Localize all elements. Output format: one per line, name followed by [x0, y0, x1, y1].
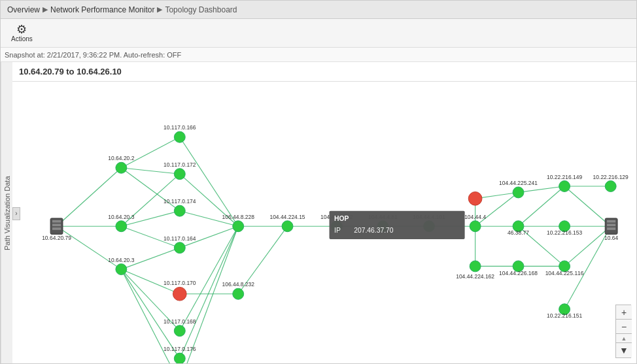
node-n19[interactable]: 104.44.224.162: [456, 261, 494, 280]
actions-button[interactable]: ⚙ Actions: [7, 22, 37, 44]
node-n26[interactable]: 104.44.225.116: [545, 261, 584, 276]
node-n12[interactable]: 106.44.8.228: [222, 214, 254, 232]
svg-point-57: [174, 169, 185, 180]
snapshot-bar: Snapshot at: 2/21/2017, 9:36:22 PM. Auto…: [1, 48, 636, 62]
node-n28[interactable]: 10.22.216.129: [593, 174, 628, 192]
breadcrumb-npm[interactable]: Network Performance Monitor: [50, 5, 154, 14]
svg-rect-109: [330, 211, 465, 239]
zoom-controls: + − ▲ ▼: [615, 305, 631, 358]
actions-label: Actions: [11, 35, 33, 42]
topology-svg: 10.64.20.79 10.64.20.2 10.64.20.3 10.64.…: [12, 82, 636, 364]
node-n20-red[interactable]: [468, 191, 482, 205]
svg-point-63: [173, 287, 186, 301]
svg-point-85: [470, 261, 481, 272]
sidebar-label[interactable]: Path Visualization Data: [1, 62, 12, 364]
node-n23[interactable]: 104.44.226.168: [499, 261, 538, 276]
node-n14[interactable]: 104.44.224.15: [269, 214, 305, 232]
node-n24[interactable]: 10.22.216.153: [547, 221, 582, 237]
svg-point-71: [233, 221, 244, 232]
svg-text:106.44.8.232: 106.44.8.232: [222, 281, 254, 288]
node-n25[interactable]: 10.22.216.149: [547, 174, 582, 192]
svg-line-4: [121, 168, 179, 174]
svg-text:104.44.225.241: 104.44.225.241: [499, 180, 538, 186]
svg-point-75: [282, 221, 293, 232]
svg-text:106.44.8.228: 106.44.8.228: [222, 214, 254, 220]
svg-text:HOP: HOP: [334, 215, 349, 222]
node-n7[interactable]: 10.117.0.164: [164, 235, 196, 254]
snapshot-text: Snapshot at: 2/21/2017, 9:36:22 PM. Auto…: [5, 51, 181, 59]
svg-line-37: [519, 186, 565, 226]
svg-line-35: [519, 186, 565, 192]
collapse-arrow[interactable]: ›: [12, 207, 20, 220]
svg-line-20: [180, 226, 238, 358]
node-src[interactable]: 10.64.20.79: [42, 218, 71, 241]
svg-point-51: [116, 221, 127, 232]
node-n2[interactable]: 10.64.20.3: [108, 214, 134, 232]
svg-text:10.64.20.2: 10.64.20.2: [108, 155, 134, 161]
svg-point-59: [174, 205, 185, 216]
main-area: › Path Visualization Data 10.64.20.79 to…: [1, 62, 636, 364]
svg-line-40: [564, 186, 611, 226]
svg-point-65: [174, 325, 185, 337]
svg-rect-107: [607, 227, 615, 230]
svg-point-87: [468, 191, 482, 205]
breadcrumb-topology: Topology Dashboard: [165, 5, 237, 14]
node-n21[interactable]: 46.38.77: [508, 221, 529, 237]
svg-rect-45: [52, 220, 61, 223]
svg-text:10.22.216.149: 10.22.216.149: [547, 174, 582, 180]
svg-text:10.117.0.164: 10.117.0.164: [164, 235, 196, 242]
svg-line-19: [180, 226, 238, 331]
node-n13[interactable]: 106.44.8.232: [222, 281, 254, 299]
svg-text:IP: IP: [334, 227, 341, 234]
topology-title: 10.64.20.79 to 10.64.26.10: [12, 62, 636, 82]
svg-text:10.22.216.153: 10.22.216.153: [547, 229, 582, 236]
svg-rect-46: [52, 223, 61, 226]
svg-point-55: [174, 131, 185, 142]
svg-point-49: [116, 162, 127, 173]
node-n5[interactable]: 10.117.0.172: [164, 161, 196, 180]
node-n8-red[interactable]: 10.117.0.170: [164, 280, 196, 301]
topology-route: 10.64.20.79 to 10.64.26.10: [19, 67, 122, 76]
breadcrumb-bar: Overview ▶ Network Performance Monitor ▶…: [1, 1, 636, 19]
scroll-up-button[interactable]: ▲: [616, 334, 632, 343]
zoom-in-button[interactable]: +: [616, 305, 632, 320]
svg-point-73: [233, 288, 244, 299]
svg-point-83: [470, 221, 481, 232]
node-n18[interactable]: 104.44.4: [464, 214, 486, 232]
svg-point-67: [174, 353, 185, 364]
zoom-out-button[interactable]: −: [616, 320, 632, 334]
topology-panel: 10.64.20.79 to 10.64.26.10: [12, 62, 636, 364]
svg-text:104.44.226.168: 104.44.226.168: [499, 270, 538, 276]
svg-point-53: [116, 264, 127, 275]
breadcrumb-overview[interactable]: Overview: [7, 5, 40, 14]
svg-text:104.44.225.116: 104.44.225.116: [545, 270, 584, 276]
node-n29[interactable]: 10.22.216.151: [547, 304, 582, 320]
svg-text:10.117.0.172: 10.117.0.172: [164, 161, 196, 168]
node-n22[interactable]: 104.44.225.241: [499, 180, 538, 198]
svg-text:104.44.224.162: 104.44.224.162: [456, 273, 494, 280]
svg-point-102: [605, 181, 616, 192]
svg-rect-106: [607, 223, 615, 226]
node-dst[interactable]: 10.64: [604, 218, 618, 241]
svg-text:10.117.0.168: 10.117.0.168: [164, 318, 196, 325]
svg-text:10.117.0.166: 10.117.0.166: [164, 124, 196, 131]
svg-text:10.64.20.3: 10.64.20.3: [108, 214, 134, 220]
svg-rect-105: [607, 220, 615, 223]
svg-text:10.117.0.174: 10.117.0.174: [164, 198, 196, 205]
svg-text:207.46.37.70: 207.46.37.70: [354, 227, 394, 234]
svg-text:10.64: 10.64: [604, 235, 618, 241]
svg-text:10.64.20.3: 10.64.20.3: [108, 257, 134, 263]
svg-point-96: [559, 181, 570, 192]
scroll-down-button[interactable]: ▼: [616, 343, 632, 357]
actions-icon: ⚙: [16, 24, 27, 35]
svg-text:10.64.20.79: 10.64.20.79: [42, 235, 71, 241]
svg-text:10.117.0.170: 10.117.0.170: [164, 280, 196, 286]
node-n9[interactable]: 10.117.0.168: [164, 318, 196, 337]
svg-text:10.22.216.151: 10.22.216.151: [547, 312, 582, 319]
breadcrumb-sep-2: ▶: [157, 5, 162, 14]
sidebar-label-text: Path Visualization Data: [3, 176, 11, 251]
svg-point-90: [513, 187, 524, 198]
node-n1[interactable]: 10.64.20.2: [108, 155, 134, 173]
node-n4[interactable]: 10.117.0.166: [164, 124, 196, 142]
svg-text:10.117.0.176: 10.117.0.176: [164, 346, 196, 352]
